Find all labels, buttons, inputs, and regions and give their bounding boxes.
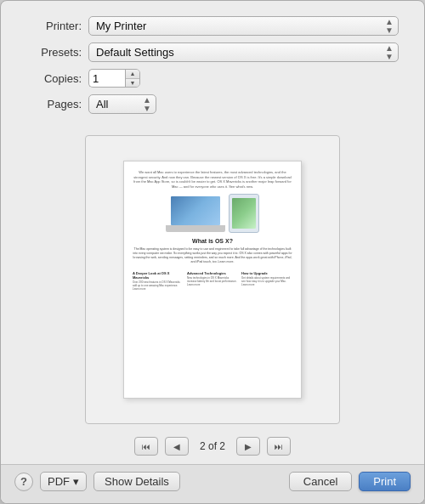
copies-stepper[interactable]: ▲ ▼ <box>125 69 140 88</box>
preview-top-text: We want all Mac users to experience the … <box>133 170 292 189</box>
show-details-button[interactable]: Show Details <box>94 472 180 491</box>
bottom-right: Cancel Print <box>289 472 411 491</box>
help-button[interactable]: ? <box>14 473 33 491</box>
copies-input-wrapper: ▲ ▼ <box>88 69 140 88</box>
preview-columns: A Deeper Look at OS X Mavericks Over 200… <box>133 271 292 292</box>
preview-col2-text: New technologies in OS X Mavericks incre… <box>187 277 238 287</box>
copies-decrement-button[interactable]: ▼ <box>126 79 139 88</box>
preview-col-2: Advanced Technologies New technologies i… <box>187 271 238 292</box>
copies-increment-button[interactable]: ▲ <box>126 70 139 79</box>
preview-col-3: How to Upgrade Get details about system … <box>241 271 292 292</box>
preview-laptop-container <box>166 194 225 233</box>
preview-body-text: The Mac operating system is designed to … <box>133 247 292 264</box>
copies-label: Copies: <box>26 72 82 85</box>
copies-input[interactable] <box>88 69 126 88</box>
preview-col1-text: Over 200 new features in OS X Mavericks … <box>133 281 184 292</box>
preview-page: We want all Mac users to experience the … <box>123 161 302 399</box>
preview-tablet-screen <box>232 198 256 229</box>
preview-col-1: A Deeper Look at OS X Mavericks Over 200… <box>133 271 184 292</box>
pages-label: Pages: <box>26 98 82 110</box>
preview-col1-title: A Deeper Look at OS X Mavericks <box>133 271 184 280</box>
pdf-button[interactable]: PDF ▾ <box>40 472 87 491</box>
print-button[interactable]: Print <box>359 472 411 491</box>
printer-select[interactable]: My Printer <box>88 16 399 36</box>
next-page-button[interactable]: ▶ <box>236 437 260 456</box>
printer-label: Printer: <box>26 20 82 32</box>
pages-row: Pages: All Current Page Range ▲▼ <box>26 94 399 114</box>
preview-col2-title: Advanced Technologies <box>187 271 238 275</box>
bottom-left: ? PDF ▾ Show Details <box>14 472 180 491</box>
presets-select-wrapper[interactable]: Default Settings ▲▼ <box>88 42 399 62</box>
page-navigation: ⏮ ◀ 2 of 2 ▶ ⏭ <box>1 430 424 464</box>
pdf-label: PDF <box>48 475 70 488</box>
print-dialog: Printer: My Printer ▲▼ Presets: Default … <box>0 0 425 504</box>
pages-select[interactable]: All Current Page Range <box>88 94 156 114</box>
preview-col3-text: Get details about system requirements an… <box>241 277 292 287</box>
cancel-button[interactable]: Cancel <box>289 472 352 491</box>
presets-row: Presets: Default Settings ▲▼ <box>26 42 399 62</box>
printer-select-wrapper[interactable]: My Printer ▲▼ <box>88 16 399 36</box>
pages-select-wrapper[interactable]: All Current Page Range ▲▼ <box>88 94 156 114</box>
page-info: 2 of 2 <box>196 440 230 452</box>
preview-title: What is OS X? <box>133 238 292 244</box>
preview-container: We want all Mac users to experience the … <box>85 135 340 424</box>
copies-row: Copies: ▲ ▼ <box>26 69 399 88</box>
presets-select[interactable]: Default Settings <box>88 42 399 62</box>
pdf-dropdown-arrow: ▾ <box>73 475 79 488</box>
bottom-bar: ? PDF ▾ Show Details Cancel Print <box>1 464 424 503</box>
preview-tablet <box>229 194 259 233</box>
preview-section: We want all Mac users to experience the … <box>1 129 424 430</box>
preview-laptop-screen <box>171 196 220 225</box>
preview-laptop-base <box>166 225 225 232</box>
prev-page-button[interactable]: ◀ <box>165 437 189 456</box>
printer-row: Printer: My Printer ▲▼ <box>26 16 399 36</box>
preview-col3-title: How to Upgrade <box>241 271 292 275</box>
presets-label: Presets: <box>26 46 82 59</box>
last-page-button[interactable]: ⏭ <box>267 437 291 456</box>
preview-images <box>133 194 292 233</box>
first-page-button[interactable]: ⏮ <box>134 437 158 456</box>
form-section: Printer: My Printer ▲▼ Presets: Default … <box>1 1 424 129</box>
